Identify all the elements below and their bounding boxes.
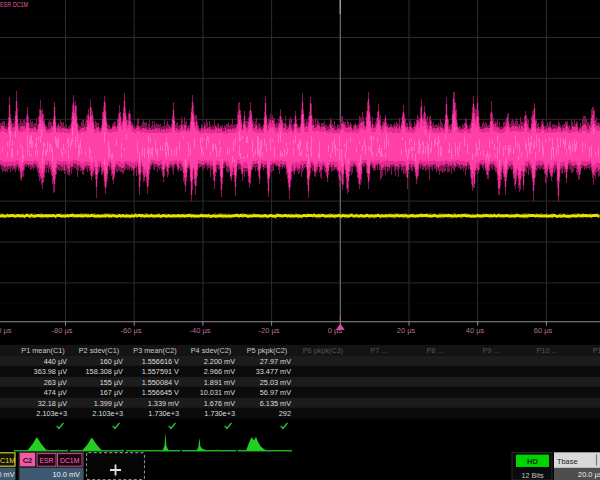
svg-text:1.730e+3: 1.730e+3 [204,409,235,418]
svg-text:363.98 µV: 363.98 µV [34,367,68,376]
svg-text:-20 µs: -20 µs [259,326,280,335]
svg-text:1.550084 V: 1.550084 V [142,378,179,387]
svg-text:-40 µs: -40 µs [190,326,211,335]
svg-text:1.730e+3: 1.730e+3 [148,409,179,418]
svg-text:2.103e+3: 2.103e+3 [92,409,123,418]
svg-text:440 µV: 440 µV [44,357,67,366]
svg-text:2.103e+3: 2.103e+3 [36,409,67,418]
svg-text:C1M: C1M [0,456,15,465]
svg-text:27.97 mV: 27.97 mV [260,357,291,366]
svg-text:ESR: ESR [39,457,53,464]
svg-text:10.031 mV: 10.031 mV [200,388,235,397]
svg-text:HD: HD [527,457,538,466]
svg-text:1.891 mV: 1.891 mV [204,378,235,387]
svg-text:P1 mean(C1): P1 mean(C1) [21,346,64,355]
svg-text:10.0 mV: 10.0 mV [52,470,80,479]
svg-text:P11 ...: P11 ... [593,346,600,355]
svg-text:P7 ...: P7 ... [370,346,387,355]
svg-text:1.399 µV: 1.399 µV [94,399,123,408]
svg-text:33.477 mV: 33.477 mV [256,367,291,376]
svg-text:60 µs: 60 µs [534,326,553,335]
svg-text:ESR DC1M: ESR DC1M [0,1,28,8]
svg-text:P6 pkpk(C3): P6 pkpk(C3) [303,346,344,355]
svg-text:DC1M: DC1M [60,457,80,464]
svg-text:2.200 mV: 2.200 mV [204,357,235,366]
svg-text:1.676 mV: 1.676 mV [204,399,235,408]
svg-text:474 µV: 474 µV [44,388,67,397]
svg-text:1.557591 V: 1.557591 V [142,367,179,376]
svg-text:P2 sdev(C1): P2 sdev(C1) [79,346,120,355]
svg-text:C2: C2 [23,456,33,465]
svg-text:56.97 mV: 56.97 mV [260,388,291,397]
svg-text:-60 µs: -60 µs [121,326,142,335]
svg-text:P4 sdev(C2): P4 sdev(C2) [191,346,232,355]
svg-text:1.556616 V: 1.556616 V [142,357,179,366]
svg-text:P9 ...: P9 ... [482,346,499,355]
svg-text:P3 mean(C2): P3 mean(C2) [133,346,176,355]
svg-text:292: 292 [279,409,291,418]
svg-text:40 µs: 40 µs [466,326,485,335]
svg-text:-100 µs: -100 µs [0,326,12,335]
svg-text:25.03 mV: 25.03 mV [260,378,291,387]
svg-text:Tbase: Tbase [557,457,578,466]
svg-text:12 Bits: 12 Bits [522,471,544,480]
svg-text:158.308 µV: 158.308 µV [86,367,124,376]
svg-text:P8 ...: P8 ... [426,346,443,355]
svg-text:160 µV: 160 µV [100,357,123,366]
svg-text:263 µV: 263 µV [44,378,67,387]
svg-text:6.135 mV: 6.135 mV [260,399,291,408]
svg-text:-80 µs: -80 µs [52,326,73,335]
svg-text:0 mV: 0 mV [0,470,15,479]
svg-text:1.339 mV: 1.339 mV [148,399,179,408]
svg-text:20 µs: 20 µs [397,326,416,335]
svg-text:1.556645 V: 1.556645 V [142,388,179,397]
svg-text:20.0 µs: 20.0 µs [578,470,600,479]
svg-text:P5 pkpk(C2): P5 pkpk(C2) [247,346,288,355]
svg-text:167 µV: 167 µV [100,388,123,397]
svg-text:32.18 µV: 32.18 µV [38,399,67,408]
svg-text:2.966 mV: 2.966 mV [204,367,235,376]
svg-text:P10 ...: P10 ... [536,346,557,355]
svg-text:155 µV: 155 µV [100,378,123,387]
